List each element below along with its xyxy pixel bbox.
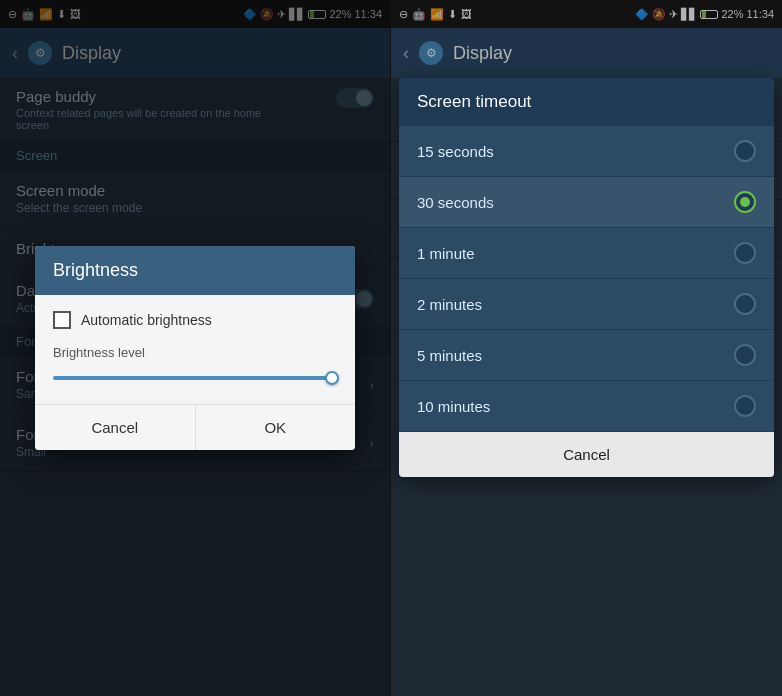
timeout-dialog-title: Screen timeout <box>399 78 774 126</box>
timeout-radio-1[interactable] <box>734 191 756 213</box>
brightness-dialog-body: Automatic brightness Brightness level <box>35 295 355 404</box>
timeout-label-1: 30 seconds <box>417 194 494 211</box>
timeout-option-1[interactable]: 30 seconds <box>399 177 774 228</box>
brightness-dialog: Brightness Automatic brightness Brightne… <box>35 246 355 450</box>
timeout-radio-3[interactable] <box>734 293 756 315</box>
brightness-level-label: Brightness level <box>53 345 337 360</box>
timeout-option-4[interactable]: 5 minutes <box>399 330 774 381</box>
slider-track <box>53 376 337 380</box>
timeout-overlay: Screen timeout 15 seconds 30 seconds 1 m… <box>391 0 782 696</box>
slider-thumb[interactable] <box>325 371 339 385</box>
timeout-label-4: 5 minutes <box>417 347 482 364</box>
timeout-label-2: 1 minute <box>417 245 475 262</box>
timeout-label-5: 10 minutes <box>417 398 490 415</box>
timeout-radio-0[interactable] <box>734 140 756 162</box>
timeout-label-3: 2 minutes <box>417 296 482 313</box>
left-panel: ⊖ 🤖 📶 ⬇ 🖼 🔷 🔕 ✈ ▋▋ 22% 11:34 ‹ ⚙ Display <box>0 0 391 696</box>
radio-dot-selected <box>740 197 750 207</box>
timeout-label-0: 15 seconds <box>417 143 494 160</box>
timeout-radio-4[interactable] <box>734 344 756 366</box>
auto-brightness-row[interactable]: Automatic brightness <box>53 311 337 329</box>
right-panel: ⊖ 🤖 📶 ⬇ 🖼 🔷 🔕 ✈ ▋▋ 22% 11:34 ‹ ⚙ Display <box>391 0 782 696</box>
timeout-radio-5[interactable] <box>734 395 756 417</box>
auto-brightness-checkbox[interactable] <box>53 311 71 329</box>
brightness-overlay: Brightness Automatic brightness Brightne… <box>0 0 390 696</box>
timeout-radio-2[interactable] <box>734 242 756 264</box>
timeout-cancel-button[interactable]: Cancel <box>399 432 774 477</box>
brightness-slider[interactable] <box>53 368 337 388</box>
brightness-ok-button[interactable]: OK <box>196 405 356 450</box>
timeout-option-0[interactable]: 15 seconds <box>399 126 774 177</box>
timeout-option-3[interactable]: 2 minutes <box>399 279 774 330</box>
timeout-dialog: Screen timeout 15 seconds 30 seconds 1 m… <box>399 78 774 477</box>
auto-brightness-label: Automatic brightness <box>81 312 212 328</box>
timeout-option-2[interactable]: 1 minute <box>399 228 774 279</box>
timeout-option-5[interactable]: 10 minutes <box>399 381 774 432</box>
brightness-dialog-buttons: Cancel OK <box>35 404 355 450</box>
brightness-cancel-button[interactable]: Cancel <box>35 405 196 450</box>
brightness-dialog-title: Brightness <box>35 246 355 295</box>
